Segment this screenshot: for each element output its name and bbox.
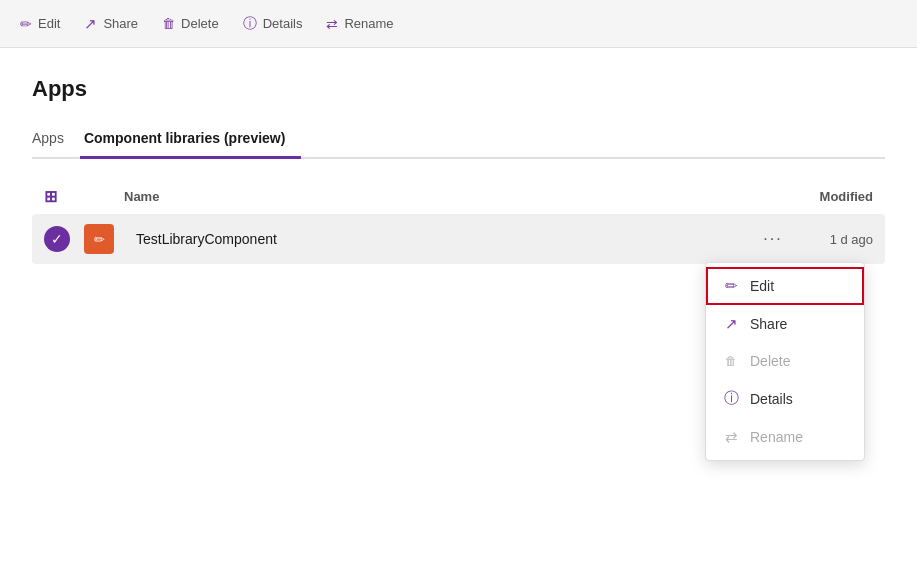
- grid-icon: ⊞: [44, 188, 57, 205]
- tab-component-libraries[interactable]: Component libraries (preview): [80, 122, 301, 159]
- table-header: ⊞ Name Modified: [32, 179, 885, 214]
- check-icon: ✓: [51, 231, 63, 247]
- context-menu-details[interactable]: ⓘ Details: [706, 379, 864, 418]
- context-menu: ✏ Edit ↗ Share 🗑 Delete ⓘ Details ⇄ Rena…: [705, 262, 865, 461]
- page-title: Apps: [32, 76, 885, 102]
- row-modified: 1 d ago: [793, 232, 873, 247]
- row-app-icon-col: ✏: [84, 224, 124, 254]
- rename-icon: ⇄: [326, 16, 338, 32]
- row-dots-col: ···: [753, 230, 793, 248]
- toolbar-details-button[interactable]: ⓘ Details: [243, 15, 303, 33]
- row-name: TestLibraryComponent: [124, 231, 753, 247]
- row-check[interactable]: ✓: [44, 226, 84, 252]
- header-modified-col: Modified: [753, 189, 873, 204]
- header-check-col: ⊞: [44, 187, 84, 206]
- edit-icon: ✏: [20, 16, 32, 32]
- tab-apps[interactable]: Apps: [32, 122, 80, 159]
- context-rename-icon: ⇄: [722, 428, 740, 446]
- delete-icon: 🗑: [162, 16, 175, 31]
- context-edit-icon: ✏: [722, 277, 740, 295]
- check-circle: ✓: [44, 226, 70, 252]
- toolbar-rename-button[interactable]: ⇄ Rename: [326, 16, 393, 32]
- context-menu-edit[interactable]: ✏ Edit: [706, 267, 864, 305]
- context-menu-delete[interactable]: 🗑 Delete: [706, 343, 864, 379]
- details-icon: ⓘ: [243, 15, 257, 33]
- header-name-col: Name: [124, 189, 713, 204]
- app-icon: ✏: [84, 224, 114, 254]
- context-menu-share[interactable]: ↗ Share: [706, 305, 864, 343]
- context-menu-rename[interactable]: ⇄ Rename: [706, 418, 864, 456]
- context-details-icon: ⓘ: [722, 389, 740, 408]
- row-more-button[interactable]: ···: [755, 226, 790, 251]
- toolbar-delete-button[interactable]: 🗑 Delete: [162, 16, 219, 31]
- tabs-bar: Apps Component libraries (preview): [32, 122, 885, 159]
- toolbar-share-button[interactable]: ↗ Share: [84, 15, 138, 33]
- toolbar-edit-button[interactable]: ✏ Edit: [20, 16, 60, 32]
- main-content: Apps Apps Component libraries (preview) …: [0, 48, 917, 286]
- context-share-icon: ↗: [722, 315, 740, 333]
- toolbar: ✏ Edit ↗ Share 🗑 Delete ⓘ Details ⇄ Rena…: [0, 0, 917, 48]
- table-row[interactable]: ✓ ✏ TestLibraryComponent ··· 1 d ago: [32, 214, 885, 264]
- context-delete-icon: 🗑: [722, 354, 740, 368]
- pencil-icon: ✏: [94, 232, 105, 247]
- share-icon: ↗: [84, 15, 97, 33]
